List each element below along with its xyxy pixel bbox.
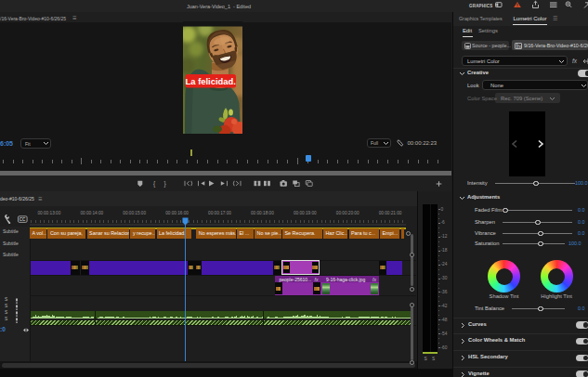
svg-text:CC: CC bbox=[20, 217, 26, 222]
svg-text:fx: fx bbox=[517, 43, 521, 48]
svg-text:La felicidad.: La felicidad. bbox=[186, 76, 236, 86]
svg-text:}: } bbox=[164, 180, 167, 188]
svg-text:{: { bbox=[153, 180, 156, 188]
